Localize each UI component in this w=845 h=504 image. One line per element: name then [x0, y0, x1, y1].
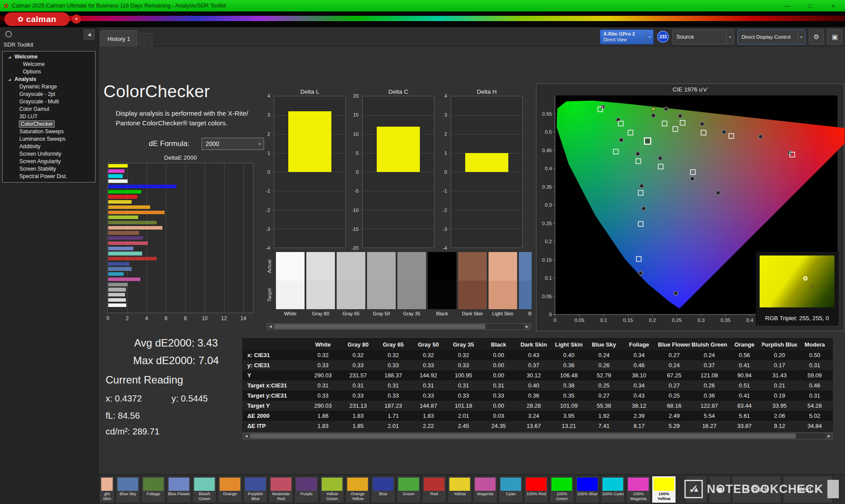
axis-tick-label: 1	[268, 150, 270, 156]
patch-button-100-yellow[interactable]: 100% Yellow	[652, 476, 676, 503]
patch-button-100-blue[interactable]: 100% Blue	[575, 476, 599, 503]
patch-button-100-magenta[interactable]: 100% Magenta	[626, 476, 650, 503]
svg-text:0.35: 0.35	[542, 184, 552, 190]
scrollbar-thumb[interactable]	[250, 434, 796, 438]
pattern-window-button[interactable]: ■	[709, 476, 731, 503]
sidebar-item-luminance-sweeps[interactable]: Luminance Sweeps	[3, 135, 95, 143]
table-cell: 52.79	[586, 370, 621, 380]
patch-button-yellow-green[interactable]: Yellow Green	[320, 476, 344, 503]
strip-expand-button[interactable]: ▲	[685, 476, 707, 503]
sidebar-item-screen-stability[interactable]: Screen Stability	[3, 165, 95, 173]
sidebar-item-spectral-power-dist[interactable]: Spectral Power Dist.	[3, 173, 95, 180]
patch-button-purple[interactable]: Purple	[294, 476, 319, 503]
sidebar-item-welcome[interactable]: ◢Welcome	[3, 53, 95, 61]
table-cell: 30.12	[516, 370, 551, 380]
patch-button-yellow[interactable]: Yellow	[448, 476, 472, 503]
table-cell: 0.40	[551, 350, 587, 360]
patch-button-100-cyan[interactable]: 100% Cyan	[601, 476, 625, 503]
sidebar-item-welcome[interactable]: Welcome	[3, 61, 95, 68]
window-title: Calman 2025 Calman Ultimate for Business…	[12, 3, 226, 9]
table-cell: 1.85	[341, 421, 376, 431]
patch-button-purplish-blue[interactable]: Purplish Blue	[243, 476, 268, 503]
patch-swatch	[271, 478, 291, 491]
patch-button-blue[interactable]: Blue	[371, 476, 395, 503]
sidebar-item-grayscale-2pt[interactable]: Grayscale - 2pt	[3, 91, 95, 98]
back-button[interactable]: « Back	[732, 476, 781, 503]
sidebar-item-colorchecker[interactable]: ColorChecker	[3, 121, 95, 128]
table-scrollbar[interactable]: ◀ ▶	[242, 433, 833, 439]
sidebar-item-screen-angularity[interactable]: Screen Angularity	[3, 158, 95, 165]
next-button[interactable]: Next »	[783, 476, 833, 503]
sidebar-item-color-gamut[interactable]: Color Gamut	[3, 106, 95, 113]
maximize-button[interactable]: □	[806, 3, 814, 9]
patch-button-magenta[interactable]: Magenta	[473, 476, 497, 503]
sidebar-item-dynamic-range[interactable]: Dynamic Range	[3, 83, 95, 91]
tree-expander-icon[interactable]: ◢	[8, 76, 11, 83]
patch-button-ght-skin[interactable]: ght Skin	[99, 476, 114, 503]
sidebar-item-options[interactable]: Options	[3, 68, 95, 76]
row-label: Y	[243, 370, 305, 380]
table-cell: 0.36	[551, 360, 587, 370]
sidebar-item-screen-uniformity[interactable]: Screen Uniformity	[3, 150, 95, 158]
patch-button-red[interactable]: Red	[422, 476, 446, 503]
sidebar-item-additivity[interactable]: Additivity	[3, 143, 95, 150]
svg-text:0.05: 0.05	[574, 318, 584, 323]
actual-swatch	[428, 252, 456, 281]
scrollbar-thumb[interactable]	[274, 324, 485, 329]
de-formula-value: 2000	[202, 140, 256, 147]
sidebar-round-button[interactable]	[5, 31, 12, 37]
logo-dropdown-button[interactable]: ▼	[72, 15, 81, 24]
patch-button-foliage[interactable]: Foliage	[141, 476, 165, 503]
current-reading-xy: x: 0.4372 y: 0.5445	[106, 394, 208, 404]
table-cell: 0.32	[341, 350, 376, 360]
back-label: Back	[753, 486, 768, 493]
sidebar-item-analysis[interactable]: ◢Analysis	[3, 76, 95, 83]
swatch-label: Gray 80	[306, 309, 335, 317]
sidebar-collapse-button[interactable]: ◀	[84, 29, 95, 40]
scroll-right-button[interactable]: ▶	[524, 324, 530, 329]
window-layout-button[interactable]: ▣	[827, 29, 842, 44]
settings-button[interactable]: ⚙	[809, 29, 824, 44]
table-cell: 0.31	[797, 391, 832, 401]
patch-button-blue-sky[interactable]: Blue Sky	[116, 476, 140, 503]
swatch-scrollbar[interactable]: ◀ ▶	[267, 323, 531, 330]
sidebar-item-saturation-sweeps[interactable]: Saturation Sweeps	[3, 128, 95, 135]
scroll-left-button[interactable]: ◀	[267, 324, 274, 329]
close-button[interactable]: ×	[829, 3, 837, 9]
axis-tick-label: 2	[268, 131, 270, 137]
calman-logo[interactable]: ✿ calman	[4, 12, 70, 26]
tab-history-1[interactable]: History 1	[100, 30, 137, 47]
source-dropdown[interactable]: Source ▼	[672, 29, 734, 44]
de-formula-select[interactable]: 2000 ▼	[202, 138, 264, 150]
table-cell: 0.31	[411, 380, 446, 391]
patch-button-cyan[interactable]: Cyan	[499, 476, 523, 503]
sidebar-item-3d-lut[interactable]: 3D LUT	[3, 113, 95, 121]
patch-button-100-red[interactable]: 100% Red	[524, 476, 548, 503]
new-tab-button[interactable]	[139, 33, 152, 47]
patch-button-bluish-green[interactable]: Bluish Green	[192, 476, 217, 503]
patch-button-orange[interactable]: Orange	[218, 476, 242, 503]
meter-dropdown[interactable]: X-Rite i1Pro 2 Direct View ▼	[600, 29, 654, 44]
table-cell: 290.03	[305, 370, 341, 380]
toolbar: History 1 X-Rite i1Pro 2 Direct View ▼ 2…	[99, 27, 845, 47]
patch-button-orange-yellow[interactable]: Orange Yellow	[345, 476, 370, 503]
svg-text:0.3: 0.3	[545, 202, 552, 208]
scroll-right-button[interactable]: ▶	[826, 433, 832, 439]
patch-button-blue-flower[interactable]: Blue Flower	[167, 476, 191, 503]
axis-tick-label: 0	[356, 169, 359, 175]
table-cell: 3.24	[516, 411, 551, 421]
patch-button-moderate-red[interactable]: Moderate Red	[269, 476, 293, 503]
patch-button-100-green[interactable]: 100% Green	[550, 476, 574, 503]
tree-expander-icon[interactable]: ◢	[8, 53, 11, 61]
table-cell: 0.51	[727, 380, 762, 391]
delta-l-axis: 43210-1-2-3-4	[259, 96, 272, 248]
minimize-button[interactable]: —	[783, 3, 791, 9]
table-row-x-cie31: x: CIE310.320.320.320.320.320.000.430.40…	[243, 350, 832, 360]
patch-button-green[interactable]: Green	[397, 476, 421, 503]
sidebar-item-grayscale-multi[interactable]: Grayscale - Multi	[3, 98, 95, 106]
delta-h-chart	[451, 96, 523, 248]
table-cell: 0.00	[481, 370, 516, 380]
display-control-dropdown[interactable]: Direct Display Control ▼	[738, 29, 805, 44]
scroll-left-button[interactable]: ◀	[243, 433, 250, 439]
table-row-target-y: Target Y290.03231.13187.23144.87101.180.…	[243, 401, 832, 411]
